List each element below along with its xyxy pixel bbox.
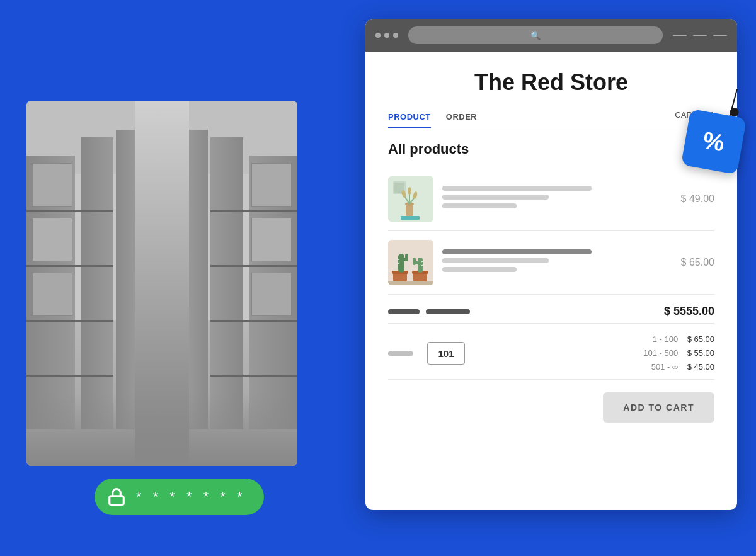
product-sku-line-1 bbox=[442, 203, 517, 208]
svg-point-10 bbox=[408, 187, 411, 195]
svg-rect-0 bbox=[110, 496, 124, 505]
browser-dot-2 bbox=[384, 33, 389, 38]
percent-symbol: % bbox=[701, 127, 727, 157]
tab-product[interactable]: PRODUCT bbox=[388, 107, 431, 128]
control-maximize bbox=[693, 35, 707, 36]
password-dots: * * * * * * * bbox=[136, 489, 246, 505]
product-image-1 bbox=[388, 176, 433, 222]
svg-rect-4 bbox=[406, 205, 413, 216]
tier-range-2: 101 - 500 bbox=[643, 348, 678, 358]
tab-order[interactable]: ORDER bbox=[446, 107, 477, 128]
store-title: The Red Store bbox=[388, 52, 714, 107]
price-tiers: 1 - 100 $ 65.00 101 - 500 $ 55.00 501 - … bbox=[643, 332, 714, 374]
product-info-1 bbox=[442, 186, 655, 212]
tier-amount-3: $ 45.00 bbox=[687, 362, 714, 372]
svg-rect-18 bbox=[405, 254, 408, 261]
product-price-1: $ 49.00 bbox=[664, 193, 714, 205]
price-tag-decoration: % bbox=[685, 113, 742, 170]
svg-rect-21 bbox=[413, 273, 427, 281]
product-name-line-1 bbox=[442, 186, 592, 191]
product-name-line-2 bbox=[442, 249, 592, 254]
product-desc-line-2 bbox=[442, 258, 549, 263]
tier-range-3: 501 - ∞ bbox=[651, 362, 679, 372]
tier-range-1: 1 - 100 bbox=[653, 334, 678, 344]
tier-amount-1: $ 65.00 bbox=[687, 334, 714, 344]
browser-dot-3 bbox=[393, 33, 398, 38]
subtotal-lines bbox=[388, 309, 664, 314]
quantity-label-line bbox=[388, 351, 413, 356]
browser-search-bar[interactable]: 🔍 bbox=[408, 26, 663, 44]
subtotal-price: $ 5555.00 bbox=[664, 305, 714, 318]
subtotal-label-2 bbox=[426, 309, 470, 314]
svg-rect-14 bbox=[393, 273, 407, 281]
search-icon: 🔍 bbox=[530, 31, 541, 40]
product-image-2 bbox=[388, 240, 433, 285]
product-info-2 bbox=[442, 249, 655, 276]
price-tag-shape: % bbox=[681, 109, 747, 174]
lock-icon bbox=[107, 487, 126, 506]
quantity-row: 101 1 - 100 $ 65.00 101 - 500 $ 55.00 50… bbox=[388, 324, 714, 380]
browser-controls bbox=[673, 35, 727, 36]
section-heading: All products bbox=[388, 141, 714, 157]
svg-rect-25 bbox=[413, 258, 416, 265]
quantity-input[interactable]: 101 bbox=[427, 342, 465, 365]
browser-content: The Red Store PRODUCT ORDER CART: 101 Al… bbox=[365, 52, 737, 510]
price-tier-2: 101 - 500 $ 55.00 bbox=[643, 346, 714, 360]
product-row-1: $ 49.00 bbox=[388, 167, 714, 231]
password-badge: * * * * * * * bbox=[94, 479, 264, 515]
product-row-2: $ 65.00 bbox=[388, 231, 714, 295]
browser-chrome: 🔍 bbox=[365, 19, 737, 52]
control-close bbox=[713, 35, 727, 36]
price-tier-3: 501 - ∞ $ 45.00 bbox=[643, 360, 714, 374]
browser-window: 🔍 The Red Store PRODUCT ORDER CART: 101 … bbox=[365, 19, 737, 510]
product-price-2: $ 65.00 bbox=[664, 257, 714, 268]
browser-dots bbox=[375, 33, 398, 38]
browser-dot-1 bbox=[375, 33, 381, 38]
product-thumb-2 bbox=[388, 240, 433, 285]
svg-rect-23 bbox=[418, 258, 423, 273]
tier-amount-2: $ 55.00 bbox=[687, 348, 714, 358]
product-desc-line-1 bbox=[442, 195, 549, 200]
control-minimize bbox=[673, 35, 687, 36]
add-to-cart-button[interactable]: ADD TO CART bbox=[603, 392, 714, 423]
svg-rect-16 bbox=[398, 254, 404, 273]
subtotal-label-1 bbox=[388, 309, 420, 314]
svg-rect-28 bbox=[388, 281, 433, 285]
warehouse-image bbox=[26, 101, 297, 466]
svg-rect-12 bbox=[401, 216, 420, 220]
product-thumb-1 bbox=[388, 176, 433, 222]
product-sku-line-2 bbox=[442, 267, 517, 272]
price-tier-1: 1 - 100 $ 65.00 bbox=[643, 332, 714, 346]
tabs-container: PRODUCT ORDER CART: 101 bbox=[388, 107, 714, 128]
subtotal-row: $ 5555.00 bbox=[388, 295, 714, 324]
